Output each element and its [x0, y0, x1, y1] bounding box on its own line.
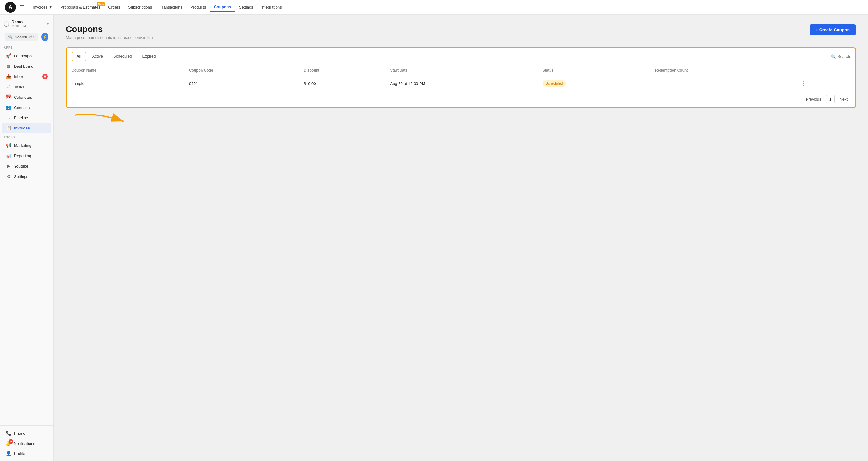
- profile-icon: 👤: [5, 451, 11, 456]
- next-button[interactable]: Next: [837, 96, 850, 103]
- sidebar-item-contacts[interactable]: 👥 Contacts: [2, 103, 52, 112]
- sidebar-item-phone[interactable]: 📞 Phone: [2, 428, 52, 438]
- page-subtitle: Manage coupon discounts to increase conv…: [66, 35, 153, 40]
- marketing-icon: 📢: [5, 143, 11, 148]
- inbox-badge: 0: [42, 74, 48, 79]
- user-location: Irvine, CA: [11, 24, 26, 28]
- sidebar-item-dashboard[interactable]: ▦ Dashboard: [2, 61, 52, 71]
- previous-button[interactable]: Previous: [803, 96, 824, 103]
- col-start-date: Start Date: [385, 65, 538, 76]
- col-status: Status: [538, 65, 650, 76]
- cell-actions[interactable]: ⋮: [795, 76, 855, 91]
- coupons-table: Coupon Name Coupon Code Discount Start D…: [67, 65, 855, 91]
- tab-expired[interactable]: Expired: [137, 52, 160, 61]
- col-coupon-code: Coupon Code: [184, 65, 299, 76]
- sidebar: ◯ Demo Irvine, CA ▼ 🔍 Search ⌘K ⚡ Apps 🚀…: [0, 15, 54, 461]
- col-redemption: Redemption Count: [650, 65, 795, 76]
- cell-coupon-code: 0901: [184, 76, 299, 91]
- user-icon: ◯: [4, 21, 9, 27]
- reporting-icon: 📊: [5, 153, 11, 159]
- nav-coupons[interactable]: Coupons: [210, 3, 235, 11]
- settings-icon: ⚙: [5, 174, 11, 179]
- app-logo: A: [5, 2, 16, 13]
- cell-start-date: Aug 29 at 12:00 PM: [385, 76, 538, 91]
- pipeline-icon: ⬦: [5, 115, 11, 120]
- nav-orders[interactable]: Orders: [104, 3, 124, 11]
- sidebar-item-tasks[interactable]: ✓ Tasks: [2, 82, 52, 92]
- arrow-annotation: [72, 109, 133, 135]
- sidebar-bottom: 📞 Phone 🔔 5 Notifications 👤 Profile: [0, 425, 53, 459]
- create-coupon-button[interactable]: + Create Coupon: [810, 24, 856, 35]
- page-title: Coupons: [66, 24, 153, 34]
- apps-section-label: Apps: [0, 44, 53, 51]
- main-content: Coupons Manage coupon discounts to incre…: [54, 15, 868, 461]
- nav-invoices[interactable]: Invoices ▼: [29, 3, 56, 11]
- sidebar-user[interactable]: ◯ Demo Irvine, CA ▼: [0, 17, 53, 30]
- calendars-icon: 📅: [5, 94, 11, 100]
- tab-all[interactable]: All: [71, 52, 87, 61]
- sidebar-item-notifications[interactable]: 🔔 5 Notifications: [2, 438, 52, 448]
- page-number[interactable]: 1: [826, 95, 835, 103]
- launchpad-icon: 🚀: [5, 53, 11, 58]
- sidebar-item-inbox[interactable]: 📥 Inbox 0: [2, 71, 52, 81]
- sidebar-item-youtube[interactable]: ▶ Youtube: [2, 161, 52, 171]
- sidebar-item-marketing[interactable]: 📢 Marketing: [2, 141, 52, 150]
- sidebar-item-settings[interactable]: ⚙ Settings: [2, 172, 52, 181]
- coupons-table-section: All Active Scheduled Expired 🔍 Search Co…: [66, 47, 856, 108]
- nav-proposals[interactable]: Proposals & Estimates New: [57, 3, 104, 11]
- cell-status: Scheduled: [538, 76, 650, 91]
- search-shortcut: ⌘K: [29, 35, 34, 39]
- top-navigation: A ☰ Invoices ▼ Proposals & Estimates New…: [0, 0, 868, 15]
- sidebar-item-calendars[interactable]: 📅 Calendars: [2, 92, 52, 102]
- sidebar-item-invoices[interactable]: 📋 Invoices: [2, 123, 52, 133]
- status-badge: Scheduled: [542, 81, 566, 87]
- nav-settings[interactable]: Settings: [235, 3, 257, 11]
- row-actions-menu[interactable]: ⋮: [800, 79, 807, 88]
- main-layout: ◯ Demo Irvine, CA ▼ 🔍 Search ⌘K ⚡ Apps 🚀…: [0, 15, 868, 461]
- nav-integrations[interactable]: Integrations: [257, 3, 286, 11]
- tabs-row: All Active Scheduled Expired 🔍 Search: [67, 48, 855, 65]
- inbox-icon: 📥: [5, 74, 11, 79]
- sidebar-item-pipeline[interactable]: ⬦ Pipeline: [2, 113, 52, 122]
- youtube-icon: ▶: [5, 163, 11, 169]
- tab-active[interactable]: Active: [88, 52, 107, 61]
- tabs-list: All Active Scheduled Expired: [71, 52, 160, 61]
- col-coupon-name: Coupon Name: [67, 65, 184, 76]
- tab-scheduled[interactable]: Scheduled: [109, 52, 136, 61]
- sidebar-item-reporting[interactable]: 📊 Reporting: [2, 151, 52, 161]
- tasks-icon: ✓: [5, 84, 11, 90]
- hamburger-menu[interactable]: ☰: [20, 4, 24, 11]
- table-search[interactable]: 🔍 Search: [831, 54, 850, 59]
- cell-redemption: -: [650, 76, 795, 91]
- table-row: sample 0901 $10.00 Aug 29 at 12:00 PM Sc…: [67, 76, 855, 91]
- col-actions: [795, 65, 855, 76]
- table-search-icon: 🔍: [831, 54, 836, 59]
- cell-coupon-name: sample: [67, 76, 184, 91]
- invoices-icon: 📋: [5, 125, 11, 131]
- tools-section-label: Tools: [0, 133, 53, 140]
- user-name: Demo: [11, 20, 26, 24]
- table-search-label: Search: [838, 54, 850, 59]
- contacts-icon: 👥: [5, 105, 11, 110]
- dashboard-icon: ▦: [5, 63, 11, 69]
- nav-transactions[interactable]: Transactions: [156, 3, 186, 11]
- col-discount: Discount: [299, 65, 385, 76]
- nav-subscriptions[interactable]: Subscriptions: [125, 3, 156, 11]
- page-header: Coupons Manage coupon discounts to incre…: [66, 24, 856, 40]
- phone-icon: 📞: [5, 431, 11, 436]
- notifications-badge: 5: [8, 439, 13, 444]
- cell-discount: $10.00: [299, 76, 385, 91]
- sidebar-item-profile[interactable]: 👤 Profile: [2, 449, 52, 458]
- nav-links: Invoices ▼ Proposals & Estimates New Ord…: [29, 3, 863, 11]
- sidebar-item-launchpad[interactable]: 🚀 Launchpad: [2, 51, 52, 61]
- new-badge: New: [96, 2, 105, 6]
- sidebar-search[interactable]: 🔍 Search ⌘K: [5, 33, 38, 41]
- nav-products[interactable]: Products: [187, 3, 210, 11]
- search-label: Search: [14, 35, 27, 39]
- chevron-down-icon: ▼: [46, 22, 50, 26]
- flash-button[interactable]: ⚡: [41, 33, 49, 41]
- search-icon: 🔍: [8, 35, 13, 39]
- pagination: Previous 1 Next: [67, 91, 855, 107]
